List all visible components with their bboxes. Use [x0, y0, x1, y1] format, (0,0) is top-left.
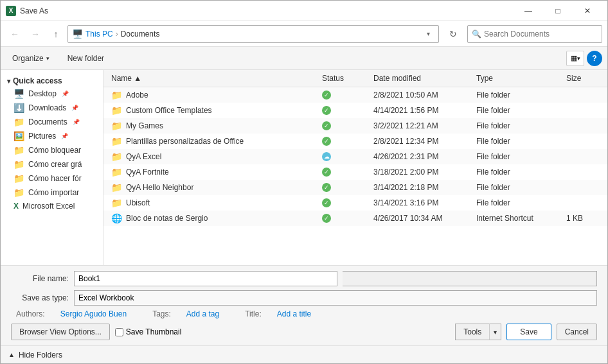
- file-type-cell: File folder: [474, 121, 564, 131]
- folder-icon: 📁: [111, 121, 122, 131]
- navigation-toolbar: ← → ↑ 🖥️ This PC › Documents ▾ ↻ 🔍: [1, 21, 607, 47]
- metadata-row: Authors: Sergio Agudo Buen Tags: Add a t…: [11, 309, 597, 318]
- table-row[interactable]: 📁QyA Excel ☁ 4/26/2021 2:31 PM File fold…: [103, 149, 607, 164]
- sidebar-item-desktop[interactable]: 🖥️ Desktop 📌: [1, 87, 103, 101]
- file-date-cell: 3/14/2021 2:18 PM: [371, 182, 474, 193]
- table-row[interactable]: 📁Custom Office Templates ✓ 4/14/2021 1:5…: [103, 103, 607, 118]
- file-name-cell: 📁Ubisoft: [109, 197, 319, 209]
- file-name: Bloc de notas de Sergio: [126, 214, 208, 223]
- status-icon: ✓: [322, 183, 331, 192]
- title-label: Title:: [245, 309, 262, 318]
- sidebar-item-como-hacer[interactable]: 📁 Cómo hacer fór: [1, 171, 103, 186]
- status-icon: ✓: [322, 214, 331, 223]
- forward-button[interactable]: →: [26, 25, 44, 43]
- sidebar-item-excel[interactable]: X Microsoft Excel: [1, 200, 103, 212]
- sidebar-item-documents[interactable]: 📁 Documents 📌: [1, 115, 103, 129]
- save-thumbnail-checkbox[interactable]: [115, 328, 123, 336]
- col-header-type[interactable]: Type: [474, 73, 564, 84]
- browser-view-options-button[interactable]: Browser View Options...: [11, 324, 110, 340]
- table-row[interactable]: 📁Ubisoft ✓ 3/14/2021 3:16 PM File folder: [103, 195, 607, 211]
- table-row[interactable]: 📁Adobe ✓ 2/8/2021 10:50 AM File folder: [103, 87, 607, 103]
- file-date-cell: 4/14/2021 1:56 PM: [371, 105, 474, 116]
- sidebar-item-desktop-label: Desktop: [28, 89, 57, 98]
- file-name: My Games: [126, 121, 163, 130]
- table-row[interactable]: 📁QyA Fortnite ✓ 3/18/2021 2:00 PM File f…: [103, 164, 607, 180]
- tools-dropdown-button[interactable]: ▾: [489, 324, 501, 340]
- file-type-cell: File folder: [474, 136, 564, 146]
- col-header-name[interactable]: Name ▲: [109, 73, 319, 84]
- address-bar[interactable]: 🖥️ This PC › Documents ▾: [67, 25, 439, 43]
- savetype-label: Save as type:: [11, 293, 69, 302]
- cancel-button[interactable]: Cancel: [557, 324, 597, 340]
- save-button[interactable]: Save: [506, 324, 551, 340]
- file-date-cell: 3/2/2021 12:21 AM: [371, 121, 474, 131]
- status-icon: ✓: [322, 91, 331, 100]
- tools-button[interactable]: Tools: [455, 324, 489, 340]
- tools-group: Tools ▾: [455, 324, 501, 340]
- sidebar-item-como-bloquear-label: Cómo bloquear: [28, 146, 81, 155]
- sidebar-item-como-bloquear[interactable]: 📁 Cómo bloquear: [1, 143, 103, 157]
- file-date-cell: 4/26/2017 10:34 AM: [371, 213, 474, 223]
- col-header-size[interactable]: Size: [564, 73, 602, 84]
- title-value[interactable]: Add a title: [277, 309, 311, 318]
- file-size-cell: [564, 202, 602, 204]
- table-row[interactable]: 📁QyA Hello Neighbor ✓ 3/14/2021 2:18 PM …: [103, 180, 607, 195]
- status-icon: ✓: [322, 106, 331, 115]
- file-type-cell: File folder: [474, 90, 564, 100]
- folder-icon-3: 📁: [13, 173, 24, 184]
- col-header-status[interactable]: Status: [319, 73, 371, 84]
- hide-folders-bar[interactable]: ▲ Hide Folders: [1, 345, 607, 363]
- minimize-button[interactable]: —: [514, 1, 543, 21]
- file-status-cell: ✓: [319, 213, 371, 223]
- table-row[interactable]: 📁Plantillas personalizadas de Office ✓ 2…: [103, 134, 607, 149]
- tags-label: Tags:: [152, 309, 171, 318]
- sidebar-item-pictures[interactable]: 🖼️ Pictures 📌: [1, 129, 103, 143]
- sidebar-item-como-importar-label: Cómo importar: [28, 188, 79, 197]
- pin-icon-doc: 📌: [73, 119, 80, 125]
- window-controls: — □ ✕: [514, 1, 602, 21]
- file-name-cell: 📁QyA Excel: [109, 151, 319, 162]
- pin-icon: 📌: [62, 91, 69, 97]
- savetype-row: Save as type: Excel Workbook: [11, 290, 597, 306]
- new-folder-button[interactable]: New folder: [61, 51, 111, 66]
- breadcrumb-root[interactable]: This PC: [85, 30, 113, 39]
- filename-dropdown[interactable]: [343, 271, 598, 286]
- back-button[interactable]: ←: [6, 25, 24, 43]
- refresh-button[interactable]: ↻: [444, 25, 462, 43]
- up-button[interactable]: ↑: [47, 25, 65, 43]
- view-button[interactable]: ▦ ▾: [566, 51, 584, 66]
- col-header-date[interactable]: Date modified: [371, 73, 474, 84]
- maximize-button[interactable]: □: [543, 1, 573, 21]
- pictures-icon: 🖼️: [13, 131, 24, 141]
- sidebar-item-como-importar[interactable]: 📁 Cómo importar: [1, 186, 103, 200]
- new-folder-label: New folder: [67, 54, 104, 63]
- save-thumbnail-row: Save Thumbnail: [115, 327, 182, 336]
- file-name: Custom Office Templates: [126, 106, 212, 115]
- file-name-cell: 📁Adobe: [109, 89, 319, 101]
- close-button[interactable]: ✕: [573, 1, 602, 21]
- table-row[interactable]: 📁My Games ✓ 3/2/2021 12:21 AM File folde…: [103, 118, 607, 134]
- file-name: Adobe: [126, 91, 148, 100]
- table-row[interactable]: 🌐Bloc de notas de Sergio ✓ 4/26/2017 10:…: [103, 211, 607, 226]
- authors-value[interactable]: Sergio Agudo Buen: [60, 309, 127, 318]
- save-thumbnail-label: Save Thumbnail: [126, 327, 182, 336]
- filename-input[interactable]: [74, 271, 337, 286]
- folder-icon-4: 📁: [13, 187, 24, 198]
- savetype-select[interactable]: Excel Workbook: [74, 290, 597, 306]
- organize-button[interactable]: Organize ▾: [6, 51, 56, 66]
- search-input[interactable]: [484, 30, 598, 39]
- help-button[interactable]: ?: [587, 51, 602, 66]
- title-bar: X Save As — □ ✕: [1, 1, 607, 21]
- folder-icon: 📁: [111, 90, 122, 100]
- tags-value[interactable]: Add a tag: [186, 309, 219, 318]
- file-status-cell: ✓: [319, 121, 371, 131]
- sidebar-item-como-crear[interactable]: 📁 Cómo crear grá: [1, 157, 103, 171]
- pin-icon-pic: 📌: [61, 133, 68, 139]
- address-dropdown-button[interactable]: ▾: [422, 28, 434, 40]
- sidebar-item-downloads[interactable]: ⬇️ Downloads 📌: [1, 101, 103, 115]
- breadcrumb-separator: ›: [116, 30, 118, 39]
- file-type-cell: File folder: [474, 105, 564, 116]
- file-name: Ubisoft: [126, 198, 150, 207]
- quick-access-chevron: ▾: [7, 78, 10, 85]
- search-icon: 🔍: [472, 30, 481, 39]
